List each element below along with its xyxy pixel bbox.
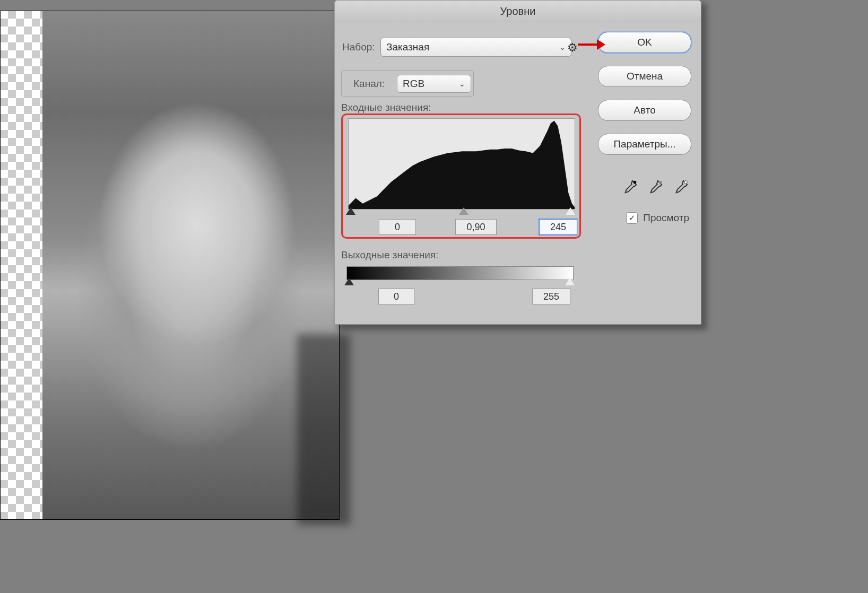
levels-dialog: Уровни Набор: Заказная ⌄ ⚙ Канал: RGB ⌄ … bbox=[334, 0, 701, 325]
histogram-svg bbox=[349, 119, 575, 209]
bw-portrait-image bbox=[42, 11, 340, 520]
histogram bbox=[348, 118, 575, 210]
preview-checkbox[interactable]: ✓ bbox=[626, 212, 638, 224]
eyedropper-black-icon[interactable] bbox=[622, 179, 638, 195]
input-gamma-field[interactable] bbox=[455, 219, 497, 235]
input-levels-label: Входные значения: bbox=[341, 102, 431, 114]
svg-point-0 bbox=[633, 181, 637, 184]
preview-label: Просмотр bbox=[643, 212, 689, 224]
ok-button[interactable]: OK bbox=[598, 32, 691, 53]
output-white-field[interactable] bbox=[532, 289, 570, 304]
preset-label: Набор: bbox=[342, 41, 375, 53]
input-black-field[interactable] bbox=[379, 219, 416, 235]
input-white-field[interactable] bbox=[539, 219, 577, 235]
eyedropper-row bbox=[622, 179, 689, 195]
svg-point-2 bbox=[684, 181, 688, 184]
gamma-slider[interactable] bbox=[459, 207, 468, 215]
svg-point-1 bbox=[659, 181, 662, 184]
canvas-shadow bbox=[297, 334, 350, 525]
options-button[interactable]: Параметры... bbox=[598, 134, 691, 155]
preset-value: Заказная bbox=[386, 39, 429, 56]
output-levels-label: Выходные значения: bbox=[341, 249, 438, 261]
dialog-title[interactable]: Уровни bbox=[335, 1, 701, 22]
annotation-arrow bbox=[578, 41, 604, 48]
output-black-field[interactable] bbox=[378, 289, 414, 304]
cancel-button[interactable]: Отмена bbox=[598, 66, 691, 87]
channel-value: RGB bbox=[403, 76, 424, 92]
output-black-slider[interactable] bbox=[344, 278, 354, 285]
eyedropper-gray-icon[interactable] bbox=[648, 179, 664, 195]
eyedropper-white-icon[interactable] bbox=[673, 179, 689, 195]
white-point-slider[interactable] bbox=[566, 207, 575, 215]
output-slider[interactable] bbox=[346, 280, 572, 289]
channel-fieldset: Канал: RGB ⌄ bbox=[341, 70, 474, 97]
input-slider[interactable] bbox=[348, 210, 574, 217]
channel-label: Канал: bbox=[353, 78, 385, 90]
black-point-slider[interactable] bbox=[346, 207, 355, 215]
auto-button[interactable]: Авто bbox=[598, 100, 691, 121]
preset-select[interactable]: Заказная ⌄ bbox=[380, 38, 571, 57]
channel-select[interactable]: RGB ⌄ bbox=[397, 75, 471, 93]
chevron-down-icon: ⌄ bbox=[559, 39, 566, 56]
output-white-slider[interactable] bbox=[565, 278, 575, 285]
output-gradient bbox=[346, 266, 574, 280]
chevron-down-icon: ⌄ bbox=[459, 76, 465, 92]
gear-icon[interactable]: ⚙ bbox=[567, 41, 578, 55]
input-levels-highlight bbox=[341, 114, 581, 239]
